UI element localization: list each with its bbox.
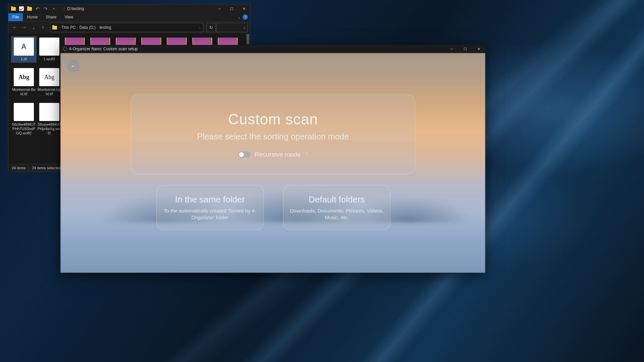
recursive-toggle-row: Recursive mode ? (238, 151, 308, 158)
close-button[interactable]: ✕ (472, 45, 485, 53)
help-icon[interactable]: ? (305, 152, 308, 156)
option-default-folders[interactable]: Default folders Downloads, Documents, Pi… (283, 185, 390, 230)
page-title: Custom scan (228, 111, 318, 128)
close-button[interactable]: ✕ (238, 4, 250, 13)
main-card: Custom scan Please select the sorting op… (131, 95, 415, 174)
file-item[interactable]: S6uyw4BMUTPHjx4wXg.woff2 (37, 102, 62, 137)
ribbon-tab-file[interactable]: File (8, 13, 23, 21)
file-name: Montserrat-Bold.ttf (12, 87, 36, 96)
font-file-icon: Abg (39, 68, 59, 86)
separator: | (29, 166, 30, 170)
back-button[interactable]: ← (10, 23, 19, 32)
file-item[interactable]: Abg Montserrat-Light.ttf (37, 67, 62, 98)
organizer-body: ← Custom scan Please select the sorting … (60, 53, 485, 273)
search-input[interactable]: ⌕ (216, 23, 248, 32)
file-item[interactable]: 1.woff2 (37, 36, 62, 63)
file-icon (39, 38, 59, 56)
ribbon-expand-icon[interactable]: ⌄ (238, 15, 240, 19)
window-title: 4-Organizer Nano: Custom scan setup (69, 47, 138, 51)
font-file-icon: Abg (14, 68, 34, 86)
folder-icon (52, 24, 58, 31)
back-button[interactable]: ← (67, 60, 80, 72)
organizer-titlebar[interactable]: 4-Organizer Nano: Custom scan setup ─ ☐ … (60, 45, 485, 53)
selected-count: 24 items selected (32, 166, 61, 170)
ribbon-tab-view[interactable]: View (60, 13, 77, 21)
nav-row: ← → ⌄ ↑ › This PC › Data (D:) › testing … (8, 21, 250, 34)
arrow-left-icon: ← (70, 63, 76, 70)
option-title: In the same folder (175, 194, 245, 205)
file-item[interactable]: S6u9w4BMUTPHh7USSwiPGQ.woff2 (11, 102, 37, 137)
breadcrumb-segment[interactable]: This PC (61, 25, 76, 30)
ribbon: File Home Share View ⌄ ? (8, 13, 250, 21)
file-name: S6uyw4BMUTPHjx4wXg.woff2 (37, 122, 61, 135)
folder-icon[interactable] (26, 6, 33, 12)
help-icon[interactable]: ? (243, 14, 248, 20)
refresh-button[interactable]: ↻ (206, 23, 216, 32)
item-count: 24 items (12, 166, 26, 170)
minimize-button[interactable]: ─ (445, 45, 459, 53)
file-item[interactable]: A 1.ttf (11, 36, 37, 63)
qat-dropdown-icon[interactable]: ▾ (51, 6, 57, 12)
file-name: S6u9w4BMUTPHh7USSwiPGQ.woff2 (12, 122, 36, 135)
undo-icon[interactable]: ↶ (35, 6, 41, 12)
breadcrumb-segment[interactable]: testing (99, 25, 111, 30)
page-subtitle: Please select the sorting operation mode (197, 132, 349, 141)
chevron-right-icon[interactable]: › (97, 26, 98, 29)
ribbon-tab-home[interactable]: Home (23, 13, 42, 21)
address-dropdown-icon[interactable]: ⌄ (199, 26, 203, 29)
font-file-icon: A (14, 38, 34, 56)
file-icon (14, 103, 34, 121)
redo-icon[interactable]: ↷ (43, 6, 49, 12)
file-name: 1.woff2 (43, 57, 55, 61)
ribbon-tab-share[interactable]: Share (42, 13, 60, 21)
search-icon: ⌕ (243, 25, 246, 30)
file-name: 1.ttf (21, 57, 27, 61)
option-description: Downloads, Documents, Pictures, Videos, … (289, 207, 384, 221)
option-same-folder[interactable]: In the same folder To the automatically … (156, 185, 264, 230)
chevron-right-icon[interactable]: › (77, 26, 78, 29)
explorer-titlebar[interactable]: ↶ ↷ ▾ D:\testing ─ ☐ ✕ (8, 4, 250, 13)
forward-button[interactable]: → (20, 23, 29, 32)
toggle-label: Recursive mode (255, 151, 301, 158)
properties-icon[interactable] (18, 6, 24, 12)
separator (64, 6, 64, 11)
up-button[interactable]: ↑ (39, 23, 47, 32)
minimize-button[interactable]: ─ (214, 4, 226, 13)
organizer-window: 4-Organizer Nano: Custom scan setup ─ ☐ … (60, 45, 485, 273)
app-icon (63, 47, 67, 51)
recursive-toggle[interactable] (238, 152, 251, 158)
maximize-button[interactable]: ☐ (226, 4, 238, 13)
file-name: Montserrat-Light.ttf (37, 87, 61, 96)
file-item[interactable]: Abg Montserrat-Bold.ttf (11, 67, 37, 98)
file-icon (39, 103, 59, 121)
chevron-right-icon[interactable]: › (59, 26, 60, 29)
history-dropdown-icon[interactable]: ⌄ (29, 23, 38, 32)
option-title: Default folders (309, 194, 365, 205)
address-bar[interactable]: › This PC › Data (D:) › testing ⌄ (50, 23, 204, 32)
folder-icon (10, 6, 16, 12)
option-description: To the automatically created 'Sorted by … (163, 207, 257, 221)
window-title: D:\testing (67, 6, 214, 11)
breadcrumb-segment[interactable]: Data (D:) (79, 25, 96, 30)
maximize-button[interactable]: ☐ (459, 45, 472, 53)
